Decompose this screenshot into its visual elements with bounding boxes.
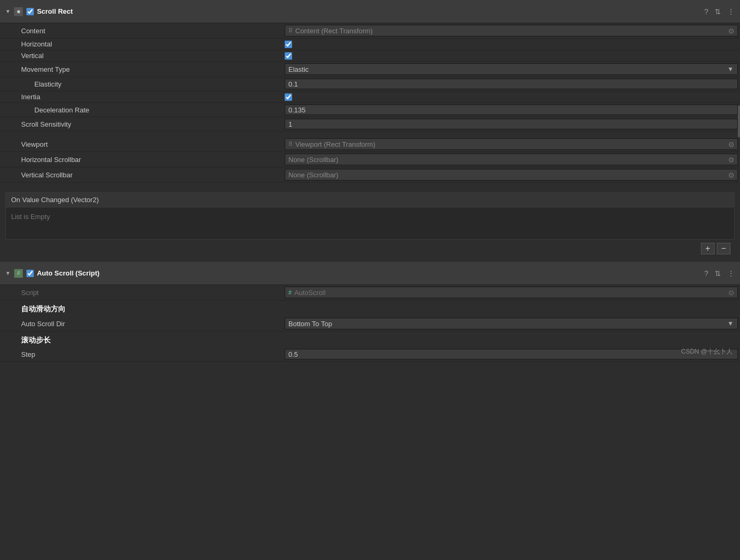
scroll-rect-header-icons: ? ⇅ ⋮ [704, 7, 735, 16]
watermark: CSDN @十幺卜人 [681, 347, 733, 356]
movement-type-label: Movement Type [0, 65, 283, 73]
elasticity-row: Elasticity [0, 77, 740, 91]
viewport-target-icon[interactable]: ⊙ [728, 140, 734, 148]
event-header: On Value Changed (Vector2) [6, 193, 734, 207]
vertical-checkbox[interactable] [285, 52, 292, 60]
horizontal-checkbox[interactable] [285, 41, 292, 48]
horizontal-scrollbar-text: None (Scrollbar) [288, 156, 339, 164]
content-field-text: Content (Rect Transform) [295, 27, 373, 35]
scroll-rect-enable-checkbox[interactable] [26, 8, 34, 15]
inertia-checkbox[interactable] [285, 93, 292, 101]
scroll-sensitivity-label: Scroll Sensitivity [0, 120, 283, 128]
elasticity-input[interactable] [285, 79, 738, 89]
scroll-rect-title: Scroll Rect [37, 7, 701, 15]
auto-scroll-icon: # [14, 269, 23, 278]
step-label: Step [0, 350, 283, 358]
horizontal-value [283, 41, 740, 48]
event-section: On Value Changed (Vector2) List is Empty [5, 192, 735, 240]
vertical-scrollbar-label: Vertical Scrollbar [0, 171, 283, 179]
movement-type-dropdown[interactable]: Elastic Unrestricted Clamped [285, 63, 738, 75]
auto-scroll-dir-value: Bottom To Top Top To Bottom Left To Righ… [283, 318, 740, 329]
elasticity-label: Elasticity [0, 80, 283, 88]
script-label: Script [0, 289, 283, 297]
viewport-object-field[interactable]: ⠿ Viewport (Rect Transform) ⊙ [285, 138, 738, 150]
auto-scroll-properties: Script # AutoScroll ⊙ 自动滑动方向 Auto Scroll… [0, 285, 740, 362]
collapse-arrow-scroll-rect[interactable]: ▼ [5, 8, 11, 14]
deceleration-rate-input[interactable] [285, 105, 738, 115]
horizontal-scrollbar-target-icon[interactable]: ⊙ [728, 156, 734, 164]
inertia-value [283, 93, 740, 101]
elasticity-value [283, 79, 740, 89]
add-event-button[interactable]: + [701, 243, 715, 254]
auto-scroll-dir-label: Auto Scroll Dir [0, 320, 283, 328]
step-row: Step [0, 347, 740, 362]
horizontal-label: Horizontal [0, 40, 283, 48]
content-target-icon[interactable]: ⊙ [728, 27, 734, 35]
deceleration-rate-value [283, 105, 740, 115]
auto-scroll-dir-dropdown[interactable]: Bottom To Top Top To Bottom Left To Righ… [285, 318, 738, 329]
auto-scroll-more-icon[interactable]: ⋮ [727, 269, 735, 278]
auto-scroll-header[interactable]: ▼ # Auto Scroll (Script) ? ⇅ ⋮ [0, 262, 740, 285]
scroll-rect-properties: Content ⠿ Content (Rect Transform) ⊙ Hor… [0, 23, 740, 183]
scroll-sensitivity-input[interactable] [285, 119, 738, 129]
auto-scroll-header-icons: ? ⇅ ⋮ [704, 269, 735, 278]
movement-type-value: Elastic Unrestricted Clamped ▼ [283, 63, 740, 75]
more-icon[interactable]: ⋮ [727, 7, 735, 16]
vertical-scrollbar-target-icon[interactable]: ⊙ [728, 171, 734, 179]
script-field-text: AutoScroll [294, 289, 325, 297]
content-object-field[interactable]: ⠿ Content (Rect Transform) ⊙ [285, 25, 738, 36]
auto-scroll-enable-checkbox[interactable] [26, 270, 34, 277]
vertical-scrollbar-row: Vertical Scrollbar None (Scrollbar) ⊙ [0, 167, 740, 183]
event-footer: + − [5, 240, 735, 258]
vertical-row: Vertical [0, 50, 740, 62]
scroll-sensitivity-value [283, 119, 740, 129]
deceleration-rate-row: Deceleration Rate [0, 103, 740, 117]
viewport-field-text: Viewport (Rect Transform) [295, 140, 375, 148]
vertical-scrollbar-value: None (Scrollbar) ⊙ [283, 169, 740, 181]
adjust-icon[interactable]: ⇅ [715, 7, 721, 16]
deceleration-rate-label: Deceleration Rate [0, 106, 283, 114]
collapse-arrow-auto-scroll[interactable]: ▼ [5, 270, 11, 276]
event-empty-label: List is Empty [11, 213, 50, 221]
content-row: Content ⠿ Content (Rect Transform) ⊙ [0, 23, 740, 39]
step-value [283, 349, 740, 359]
step-input[interactable] [285, 349, 738, 359]
script-target-icon[interactable]: ⊙ [728, 289, 734, 297]
scroll-rect-header[interactable]: ▼ ■ Scroll Rect ? ⇅ ⋮ [0, 0, 740, 23]
movement-type-row: Movement Type Elastic Unrestricted Clamp… [0, 62, 740, 77]
scroll-indicator [738, 106, 740, 137]
remove-event-button[interactable]: − [717, 243, 730, 254]
scroll-sensitivity-row: Scroll Sensitivity [0, 117, 740, 131]
viewport-value: ⠿ Viewport (Rect Transform) ⊙ [283, 138, 740, 150]
scroll-rect-icon: ■ [14, 7, 23, 16]
event-body: List is Empty [6, 207, 734, 239]
script-object-field[interactable]: # AutoScroll ⊙ [285, 287, 738, 298]
horizontal-scrollbar-value: None (Scrollbar) ⊙ [283, 154, 740, 165]
auto-scroll-title: Auto Scroll (Script) [37, 269, 701, 277]
vertical-label: Vertical [0, 52, 283, 60]
content-move-icon: ⠿ [288, 27, 293, 34]
content-label: Content [0, 27, 283, 35]
auto-scroll-dir-section-label: 自动滑动方向 [0, 300, 740, 316]
script-value: # AutoScroll ⊙ [283, 287, 740, 298]
horizontal-scrollbar-label: Horizontal Scrollbar [0, 156, 283, 164]
script-hash-icon: # [288, 289, 292, 296]
vertical-scrollbar-text: None (Scrollbar) [288, 171, 339, 179]
horizontal-scrollbar-field[interactable]: None (Scrollbar) ⊙ [285, 154, 738, 165]
inertia-label: Inertia [0, 93, 283, 101]
step-section-label: 滚动步长 [0, 331, 740, 347]
script-row: Script # AutoScroll ⊙ [0, 285, 740, 300]
horizontal-row: Horizontal [0, 39, 740, 50]
horizontal-scrollbar-row: Horizontal Scrollbar None (Scrollbar) ⊙ [0, 152, 740, 167]
viewport-row: Viewport ⠿ Viewport (Rect Transform) ⊙ [0, 137, 740, 152]
help-icon[interactable]: ? [704, 7, 708, 16]
vertical-scrollbar-field[interactable]: None (Scrollbar) ⊙ [285, 169, 738, 181]
auto-scroll-adjust-icon[interactable]: ⇅ [715, 269, 721, 278]
auto-scroll-dir-row: Auto Scroll Dir Bottom To Top Top To Bot… [0, 316, 740, 331]
viewport-move-icon: ⠿ [288, 141, 293, 148]
viewport-label: Viewport [0, 140, 283, 148]
vertical-value [283, 52, 740, 60]
auto-scroll-help-icon[interactable]: ? [704, 269, 708, 278]
content-value: ⠿ Content (Rect Transform) ⊙ [283, 25, 740, 36]
spacer-1 [0, 131, 740, 137]
